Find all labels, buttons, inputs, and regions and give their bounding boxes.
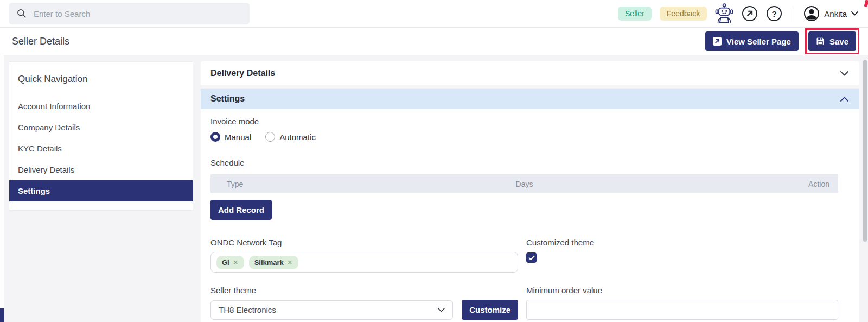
accordion-delivery-title: Delivery Details [210, 68, 275, 78]
schedule-field: Schedule Type Days Action Add Record [210, 158, 838, 220]
save-highlight-annotation: Save [805, 28, 859, 54]
ondc-network-tag-field: ONDC Network Tag GI ✕ Silkmark ✕ [210, 238, 518, 273]
minimum-order-value-field: Minimum order value Order total without … [526, 286, 838, 322]
search-icon [16, 8, 27, 19]
vertical-scrollbar-thumb[interactable] [863, 60, 867, 242]
tag-gi-label: GI [222, 258, 229, 267]
main-panel: Delivery Details Settings Invoice mode [201, 61, 859, 322]
save-label: Save [829, 37, 848, 46]
quick-navigation-panel: Quick Navigation Account Information Com… [9, 61, 193, 211]
seller-theme-label: Seller theme [210, 286, 518, 295]
settings-form: Invoice mode Manual Automatic [201, 109, 859, 322]
help-icon[interactable]: ? [766, 5, 782, 22]
radio-automatic-label: Automatic [279, 132, 316, 142]
radio-manual-label: Manual [225, 132, 251, 142]
minimum-order-value-label: Minimum order value [526, 286, 838, 295]
column-days: Days [418, 180, 631, 188]
column-type: Type [210, 180, 418, 188]
chevron-down-icon [438, 308, 445, 312]
left-gutter [0, 55, 4, 322]
sidebar-item-settings[interactable]: Settings [9, 180, 193, 201]
topbar-right: Seller Feedback ? [618, 3, 859, 24]
add-record-button[interactable]: Add Record [210, 200, 272, 220]
chevron-down-icon[interactable] [851, 11, 858, 16]
feedback-button[interactable]: Feedback [660, 7, 707, 21]
customized-theme-field: Customized theme [526, 238, 838, 273]
chevron-up-icon [840, 97, 848, 102]
radio-checked-icon [210, 132, 220, 142]
left-scrollbar-thumb[interactable] [0, 308, 4, 322]
chatbot-robot-icon[interactable] [715, 3, 733, 24]
ondc-tag-input[interactable]: GI ✕ Silkmark ✕ [210, 252, 518, 273]
topbar: Seller Feedback ? [0, 0, 868, 28]
tag-pill-gi: GI ✕ [216, 256, 244, 269]
view-seller-page-button[interactable]: View Seller Page [705, 31, 799, 51]
customized-theme-checkbox[interactable] [526, 252, 537, 263]
seller-badge: Seller [618, 7, 652, 21]
sidebar-item-delivery-details[interactable]: Delivery Details [9, 159, 193, 180]
header-actions: View Seller Page Save [705, 28, 859, 54]
save-floppy-icon [816, 37, 825, 46]
search-input[interactable] [34, 9, 242, 18]
sidebar-title: Quick Navigation [9, 74, 193, 85]
tag-pill-silkmark: Silkmark ✕ [249, 256, 298, 269]
page-title: Seller Details [12, 36, 69, 47]
content-area: Quick Navigation Account Information Com… [0, 55, 868, 322]
customize-button[interactable]: Customize [462, 300, 518, 320]
accordion-delivery-details[interactable]: Delivery Details [201, 61, 859, 85]
seller-theme-select[interactable]: TH8 Electronics [210, 300, 453, 320]
chevron-down-icon [840, 71, 848, 76]
invoice-mode-label: Invoice mode [210, 117, 838, 126]
column-action: Action [631, 180, 838, 188]
settings-section: Settings Invoice mode Manual [201, 89, 859, 322]
checkmark-icon [528, 255, 535, 261]
save-button[interactable]: Save [808, 31, 856, 51]
remove-tag-icon[interactable]: ✕ [287, 258, 293, 267]
ondc-network-tag-label: ONDC Network Tag [210, 238, 518, 247]
accordion-settings[interactable]: Settings [201, 89, 859, 109]
svg-text:?: ? [772, 9, 777, 18]
radio-automatic[interactable]: Automatic [265, 132, 316, 142]
radio-unchecked-icon [265, 132, 275, 142]
radio-manual[interactable]: Manual [210, 132, 251, 142]
user-name: Ankita [824, 9, 847, 18]
page-header: Seller Details View Seller Page S [0, 28, 868, 55]
customized-theme-label: Customized theme [526, 238, 838, 247]
user-menu[interactable]: Ankita [803, 5, 859, 22]
topbar-divider [793, 5, 793, 22]
schedule-table-header: Type Days Action [210, 174, 838, 193]
minimum-order-value-input[interactable] [526, 300, 838, 320]
sidebar-item-company-details[interactable]: Company Details [9, 117, 193, 138]
avatar [803, 5, 820, 22]
view-seller-page-label: View Seller Page [726, 37, 791, 46]
schedule-label: Schedule [210, 158, 838, 167]
seller-theme-field: Seller theme TH8 Electronics Customize [210, 286, 518, 322]
sidebar-item-account-information[interactable]: Account Information [9, 96, 193, 117]
accordion-settings-title: Settings [210, 94, 245, 104]
external-link-icon [713, 37, 722, 46]
tag-silkmark-label: Silkmark [254, 258, 284, 267]
remove-tag-icon[interactable]: ✕ [233, 258, 239, 267]
seller-theme-value: TH8 Electronics [219, 305, 276, 314]
invoice-mode-field: Invoice mode Manual Automatic [210, 117, 838, 142]
share-arrow-icon[interactable] [742, 5, 758, 22]
sidebar-item-kyc-details[interactable]: KYC Details [9, 138, 193, 159]
search-box[interactable] [9, 3, 250, 24]
